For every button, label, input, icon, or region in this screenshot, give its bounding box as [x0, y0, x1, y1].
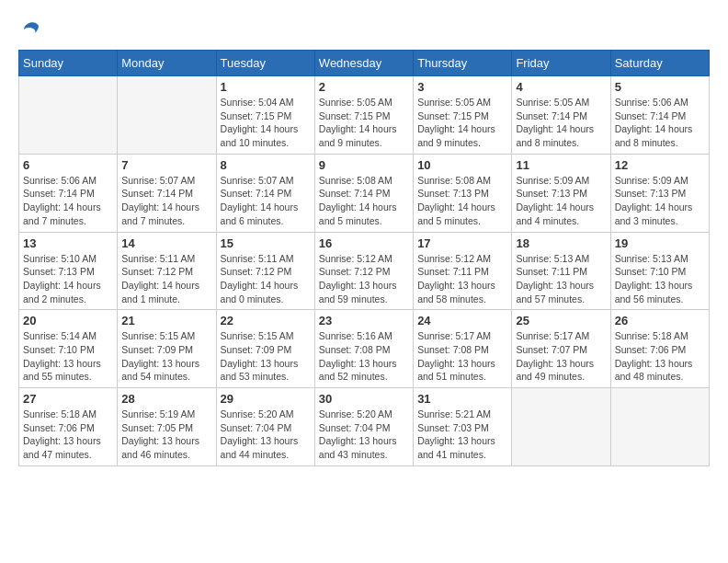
day-number: 30	[319, 392, 409, 406]
calendar-cell: 11Sunrise: 5:09 AMSunset: 7:13 PMDayligh…	[512, 154, 610, 232]
day-info: Sunrise: 5:16 AMSunset: 7:08 PMDaylight:…	[319, 329, 409, 384]
day-info: Sunrise: 5:09 AMSunset: 7:13 PMDaylight:…	[516, 174, 606, 228]
day-number: 10	[417, 158, 507, 172]
day-number: 3	[417, 80, 507, 94]
day-info: Sunrise: 5:17 AMSunset: 7:08 PMDaylight:…	[417, 329, 507, 384]
day-number: 7	[121, 158, 211, 172]
calendar-cell: 8Sunrise: 5:07 AMSunset: 7:14 PMDaylight…	[216, 154, 314, 232]
calendar-cell: 13Sunrise: 5:10 AMSunset: 7:13 PMDayligh…	[19, 232, 118, 310]
logo-text	[18, 18, 42, 40]
day-info: Sunrise: 5:07 AMSunset: 7:14 PMDaylight:…	[221, 174, 311, 228]
calendar-week-row: 20Sunrise: 5:14 AMSunset: 7:10 PMDayligh…	[19, 310, 710, 388]
calendar-cell: 16Sunrise: 5:12 AMSunset: 7:12 PMDayligh…	[314, 232, 413, 310]
calendar-cell: 15Sunrise: 5:11 AMSunset: 7:12 PMDayligh…	[216, 232, 314, 310]
day-info: Sunrise: 5:17 AMSunset: 7:07 PMDaylight:…	[516, 329, 606, 384]
calendar-cell: 25Sunrise: 5:17 AMSunset: 7:07 PMDayligh…	[512, 310, 610, 388]
calendar-cell: 27Sunrise: 5:18 AMSunset: 7:06 PMDayligh…	[19, 388, 118, 466]
calendar-cell: 22Sunrise: 5:15 AMSunset: 7:09 PMDayligh…	[216, 310, 314, 388]
day-info: Sunrise: 5:18 AMSunset: 7:06 PMDaylight:…	[615, 329, 705, 384]
day-number: 27	[23, 392, 113, 406]
day-number: 9	[319, 158, 409, 172]
day-number: 29	[221, 392, 311, 406]
logo	[18, 18, 42, 40]
day-info: Sunrise: 5:20 AMSunset: 7:04 PMDaylight:…	[221, 408, 311, 462]
calendar-week-row: 13Sunrise: 5:10 AMSunset: 7:13 PMDayligh…	[19, 232, 710, 310]
calendar-header-sunday: Sunday	[19, 51, 118, 76]
day-info: Sunrise: 5:05 AMSunset: 7:14 PMDaylight:…	[516, 96, 606, 150]
calendar-table: SundayMondayTuesdayWednesdayThursdayFrid…	[18, 50, 710, 466]
calendar-cell: 20Sunrise: 5:14 AMSunset: 7:10 PMDayligh…	[19, 310, 118, 388]
day-info: Sunrise: 5:19 AMSunset: 7:05 PMDaylight:…	[121, 408, 211, 462]
logo-bird-icon	[20, 18, 42, 40]
calendar-cell	[512, 388, 610, 466]
day-number: 31	[417, 392, 507, 406]
day-info: Sunrise: 5:15 AMSunset: 7:09 PMDaylight:…	[221, 329, 311, 384]
calendar-cell: 28Sunrise: 5:19 AMSunset: 7:05 PMDayligh…	[118, 388, 216, 466]
day-info: Sunrise: 5:06 AMSunset: 7:14 PMDaylight:…	[615, 96, 705, 150]
calendar-cell: 21Sunrise: 5:15 AMSunset: 7:09 PMDayligh…	[118, 310, 216, 388]
calendar-cell: 9Sunrise: 5:08 AMSunset: 7:14 PMDaylight…	[314, 154, 413, 232]
day-info: Sunrise: 5:06 AMSunset: 7:14 PMDaylight:…	[23, 174, 113, 228]
calendar-cell: 29Sunrise: 5:20 AMSunset: 7:04 PMDayligh…	[216, 388, 314, 466]
calendar-header-wednesday: Wednesday	[314, 51, 413, 76]
day-number: 25	[516, 314, 606, 327]
calendar-cell	[610, 388, 709, 466]
calendar-cell: 6Sunrise: 5:06 AMSunset: 7:14 PMDaylight…	[19, 154, 118, 232]
calendar-cell: 24Sunrise: 5:17 AMSunset: 7:08 PMDayligh…	[414, 310, 512, 388]
day-number: 6	[23, 158, 113, 172]
calendar-cell: 30Sunrise: 5:20 AMSunset: 7:04 PMDayligh…	[314, 388, 413, 466]
day-info: Sunrise: 5:11 AMSunset: 7:12 PMDaylight:…	[121, 252, 211, 306]
calendar-cell: 5Sunrise: 5:06 AMSunset: 7:14 PMDaylight…	[610, 76, 709, 155]
calendar-cell	[118, 76, 216, 155]
day-number: 28	[121, 392, 211, 406]
day-number: 21	[121, 314, 211, 327]
calendar-cell: 2Sunrise: 5:05 AMSunset: 7:15 PMDaylight…	[314, 76, 413, 155]
day-number: 1	[221, 80, 311, 94]
day-info: Sunrise: 5:08 AMSunset: 7:14 PMDaylight:…	[319, 174, 409, 228]
day-info: Sunrise: 5:12 AMSunset: 7:12 PMDaylight:…	[319, 252, 409, 306]
calendar-cell: 3Sunrise: 5:05 AMSunset: 7:15 PMDaylight…	[414, 76, 512, 155]
page-header	[18, 18, 710, 40]
day-number: 12	[615, 158, 705, 172]
day-info: Sunrise: 5:08 AMSunset: 7:13 PMDaylight:…	[417, 174, 507, 228]
day-number: 8	[221, 158, 311, 172]
day-info: Sunrise: 5:10 AMSunset: 7:13 PMDaylight:…	[23, 252, 113, 306]
day-number: 20	[23, 314, 113, 327]
calendar-cell: 1Sunrise: 5:04 AMSunset: 7:15 PMDaylight…	[216, 76, 314, 155]
day-info: Sunrise: 5:13 AMSunset: 7:11 PMDaylight:…	[516, 252, 606, 306]
calendar-cell: 14Sunrise: 5:11 AMSunset: 7:12 PMDayligh…	[118, 232, 216, 310]
calendar-cell	[19, 76, 118, 155]
day-number: 16	[319, 236, 409, 250]
day-number: 18	[516, 236, 606, 250]
calendar-cell: 18Sunrise: 5:13 AMSunset: 7:11 PMDayligh…	[512, 232, 610, 310]
calendar-cell: 7Sunrise: 5:07 AMSunset: 7:14 PMDaylight…	[118, 154, 216, 232]
calendar-cell: 17Sunrise: 5:12 AMSunset: 7:11 PMDayligh…	[414, 232, 512, 310]
calendar-header-friday: Friday	[512, 51, 610, 76]
day-number: 15	[221, 236, 311, 250]
day-number: 5	[615, 80, 705, 94]
day-number: 11	[516, 158, 606, 172]
day-number: 22	[221, 314, 311, 327]
calendar-cell: 4Sunrise: 5:05 AMSunset: 7:14 PMDaylight…	[512, 76, 610, 155]
day-number: 23	[319, 314, 409, 327]
calendar-cell: 12Sunrise: 5:09 AMSunset: 7:13 PMDayligh…	[610, 154, 709, 232]
day-info: Sunrise: 5:05 AMSunset: 7:15 PMDaylight:…	[319, 96, 409, 150]
day-info: Sunrise: 5:14 AMSunset: 7:10 PMDaylight:…	[23, 329, 113, 384]
day-info: Sunrise: 5:20 AMSunset: 7:04 PMDaylight:…	[319, 408, 409, 462]
calendar-cell: 26Sunrise: 5:18 AMSunset: 7:06 PMDayligh…	[610, 310, 709, 388]
calendar-cell: 23Sunrise: 5:16 AMSunset: 7:08 PMDayligh…	[314, 310, 413, 388]
day-info: Sunrise: 5:12 AMSunset: 7:11 PMDaylight:…	[417, 252, 507, 306]
day-info: Sunrise: 5:04 AMSunset: 7:15 PMDaylight:…	[221, 96, 311, 150]
day-number: 19	[615, 236, 705, 250]
day-number: 17	[417, 236, 507, 250]
calendar-cell: 31Sunrise: 5:21 AMSunset: 7:03 PMDayligh…	[414, 388, 512, 466]
calendar-week-row: 1Sunrise: 5:04 AMSunset: 7:15 PMDaylight…	[19, 76, 710, 155]
calendar-header-thursday: Thursday	[414, 51, 512, 76]
calendar-header-row: SundayMondayTuesdayWednesdayThursdayFrid…	[19, 51, 710, 76]
day-info: Sunrise: 5:07 AMSunset: 7:14 PMDaylight:…	[121, 174, 211, 228]
calendar-header-saturday: Saturday	[610, 51, 709, 76]
day-number: 14	[121, 236, 211, 250]
day-info: Sunrise: 5:09 AMSunset: 7:13 PMDaylight:…	[615, 174, 705, 228]
day-info: Sunrise: 5:15 AMSunset: 7:09 PMDaylight:…	[121, 329, 211, 384]
calendar-cell: 10Sunrise: 5:08 AMSunset: 7:13 PMDayligh…	[414, 154, 512, 232]
